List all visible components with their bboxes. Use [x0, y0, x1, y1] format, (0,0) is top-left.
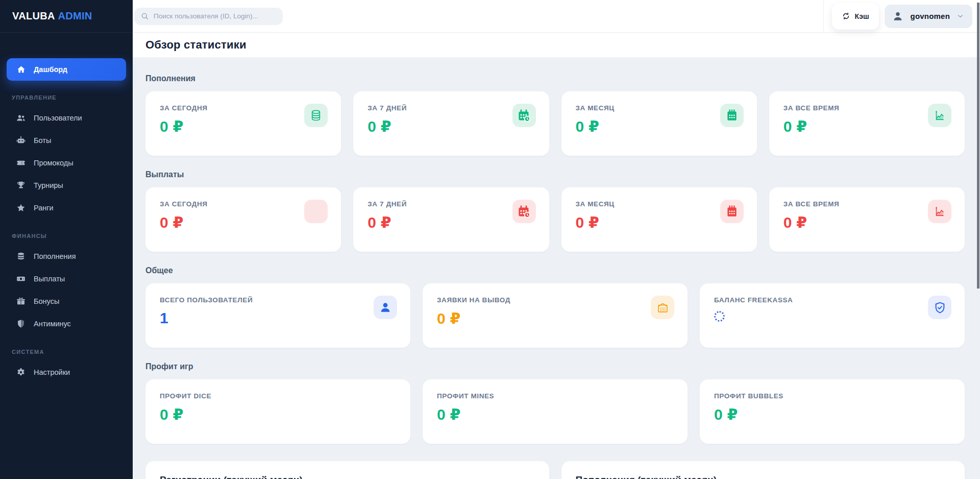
- stat-card: ЗА СЕГОДНЯ0 ₽: [145, 187, 341, 252]
- search-input[interactable]: [154, 12, 277, 20]
- stat-card-value: 0 ₽: [437, 309, 673, 327]
- chart-area-icon: [928, 200, 951, 223]
- stat-card: ПРОФИТ BUBBLES0 ₽: [700, 379, 965, 444]
- stat-card-value: 0 ₽: [160, 405, 396, 423]
- sidebar: VALUBA ADMIN ДашбордУПРАВЛЕНИЕПользовате…: [0, 0, 133, 479]
- cache-button-label: Кэш: [855, 12, 869, 20]
- calendar-clock-icon: [512, 200, 536, 223]
- sidebar-item[interactable]: Боты: [7, 129, 126, 152]
- sidebar-item-label: Настройки: [34, 368, 70, 376]
- stat-card-label: БАЛАНС FREEKASSA: [714, 296, 950, 304]
- calendar-icon: [720, 104, 744, 127]
- sidebar-group-title: УПРАВЛЕНИЕ: [12, 94, 126, 101]
- calendar-icon: [720, 200, 744, 223]
- stat-card-label: ЗАЯВКИ НА ВЫВОД: [437, 296, 673, 304]
- sidebar-item-label: Ранги: [34, 204, 54, 212]
- robot-icon: [16, 135, 26, 146]
- sidebar-item-label: Антиминус: [34, 320, 71, 328]
- sidebar-item-label: Бонусы: [34, 297, 59, 305]
- sidebar-item[interactable]: Промокоды: [7, 152, 126, 174]
- user-icon: [374, 296, 397, 319]
- stat-card-value: 0 ₽: [783, 213, 950, 231]
- sidebar-item[interactable]: Настройки: [7, 361, 126, 384]
- gear-icon: [16, 367, 26, 377]
- stat-card-value: 0 ₽: [160, 117, 327, 135]
- loading-spinner: [714, 311, 725, 322]
- stat-card: ЗА ВСЕ ВРЕМЯ0 ₽: [769, 91, 965, 156]
- stat-card-value: 0 ₽: [576, 213, 743, 231]
- header-right-group: Кэш govnomen: [823, 0, 980, 32]
- stat-card: ЗА 7 ДНЕЙ0 ₽: [353, 91, 549, 156]
- sidebar-item[interactable]: Антиминус: [7, 313, 126, 335]
- section-title: Профит игр: [145, 362, 965, 371]
- stats-section: ВыплатыЗА СЕГОДНЯ0 ₽ЗА 7 ДНЕЙ0 ₽ЗА МЕСЯЦ…: [145, 170, 965, 252]
- sidebar-item[interactable]: Турниры: [7, 174, 126, 197]
- empty-icon-chip: [304, 200, 328, 223]
- stat-card-value: 0 ₽: [368, 213, 534, 231]
- sidebar-item-label: Турниры: [34, 181, 63, 189]
- coins-icon: [16, 251, 26, 261]
- stat-card-label: ВСЕГО ПОЛЬЗОВАТЕЛЕЙ: [160, 296, 396, 304]
- chevron-down-icon: [957, 12, 964, 20]
- stat-card-label: ЗА ВСЕ ВРЕМЯ: [783, 104, 950, 112]
- banknote-icon: [16, 274, 26, 284]
- stats-section: Профит игрПРОФИТ DICE0 ₽ПРОФИТ MINES0 ₽П…: [145, 362, 965, 444]
- stat-card: ЗАЯВКИ НА ВЫВОД0 ₽: [423, 283, 688, 348]
- registrations-chart-panel: Регистрации (текущий месяц): [145, 461, 549, 479]
- section-title: Пополнения: [145, 74, 965, 83]
- username: govnomen: [911, 12, 950, 20]
- stat-card-label: ЗА 7 ДНЕЙ: [368, 104, 534, 112]
- stat-card: БАЛАНС FREEKASSA: [700, 283, 965, 348]
- search-box[interactable]: [134, 8, 283, 25]
- stat-card: ВСЕГО ПОЛЬЗОВАТЕЛЕЙ1: [145, 283, 410, 348]
- sidebar-item-label: Выплаты: [34, 275, 65, 283]
- card-grid: ЗА СЕГОДНЯ0 ₽ЗА 7 ДНЕЙ0 ₽ЗА МЕСЯЦ0 ₽ЗА В…: [145, 187, 965, 252]
- sidebar-item-label: Пользователи: [34, 114, 82, 122]
- sidebar-item[interactable]: Пополнения: [7, 245, 126, 268]
- scrollbar-thumb[interactable]: [977, 3, 979, 289]
- refresh-icon: [842, 12, 850, 20]
- stats-sections: ПополненияЗА СЕГОДНЯ0 ₽ЗА 7 ДНЕЙ0 ₽ЗА МЕ…: [145, 74, 965, 444]
- card-grid: ВСЕГО ПОЛЬЗОВАТЕЛЕЙ1ЗАЯВКИ НА ВЫВОД0 ₽БА…: [145, 283, 965, 348]
- sidebar-item[interactable]: Выплаты: [7, 268, 126, 290]
- users-icon: [16, 113, 26, 123]
- chart-area-icon: [928, 104, 951, 127]
- cache-refresh-button[interactable]: Кэш: [832, 3, 879, 30]
- stat-card-value: 1: [160, 309, 396, 327]
- app-logo: VALUBA ADMIN: [0, 0, 133, 33]
- trophy-icon: [16, 180, 26, 190]
- section-title: Выплаты: [145, 170, 965, 179]
- stat-card: ЗА МЕСЯЦ0 ₽: [561, 91, 757, 156]
- sidebar-item[interactable]: Ранги: [7, 197, 126, 219]
- stat-card-label: ЗА 7 ДНЕЙ: [368, 200, 534, 208]
- ticket-icon: [16, 158, 26, 168]
- sidebar-item-label: Пополнения: [34, 252, 76, 260]
- sidebar-nav: ДашбордУПРАВЛЕНИЕПользователиБотыПромоко…: [0, 33, 133, 384]
- stat-card: ЗА 7 ДНЕЙ0 ₽: [353, 187, 549, 252]
- stat-card-label: ПРОФИТ MINES: [437, 392, 673, 400]
- sidebar-item[interactable]: Бонусы: [7, 290, 126, 313]
- stat-card-label: ЗА МЕСЯЦ: [576, 104, 743, 112]
- panel-title: Пополнения (текущий месяц): [576, 474, 951, 479]
- stat-card-value: 0 ₽: [437, 405, 673, 423]
- stat-card: ПРОФИТ MINES0 ₽: [423, 379, 688, 444]
- top-header: Кэш govnomen: [133, 0, 980, 33]
- user-menu[interactable]: govnomen: [885, 5, 972, 28]
- sidebar-item-label: Дашборд: [34, 65, 67, 74]
- deposits-chart-panel: Пополнения (текущий месяц): [561, 461, 965, 479]
- stat-card-label: ПРОФИТ DICE: [160, 392, 396, 400]
- sidebar-item[interactable]: Пользователи: [7, 107, 126, 129]
- logo-brand: VALUBA: [12, 10, 55, 22]
- shield-check-icon: [928, 296, 951, 319]
- stat-card: ПРОФИТ DICE0 ₽: [145, 379, 410, 444]
- stat-card: ЗА СЕГОДНЯ0 ₽: [145, 91, 341, 156]
- sidebar-group-title: СИСТЕМА: [12, 349, 126, 355]
- stat-card: ЗА МЕСЯЦ0 ₽: [561, 187, 757, 252]
- stat-card: ЗА ВСЕ ВРЕМЯ0 ₽: [769, 187, 965, 252]
- page-title-band: Обзор статистики: [133, 33, 980, 57]
- main-content: ПополненияЗА СЕГОДНЯ0 ₽ЗА 7 ДНЕЙ0 ₽ЗА МЕ…: [133, 57, 980, 479]
- calendar-clock-icon: [512, 104, 536, 127]
- sidebar-item-dashboard[interactable]: Дашборд: [7, 58, 126, 81]
- sidebar-item-label: Боты: [34, 136, 51, 145]
- coins-stack-icon: [304, 104, 328, 127]
